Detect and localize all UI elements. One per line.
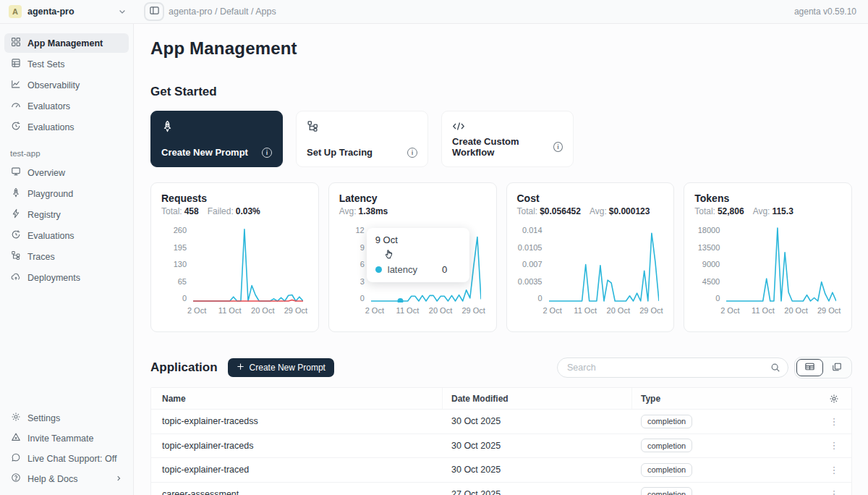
column-header-type: Type	[631, 388, 817, 409]
gear-icon	[11, 412, 21, 424]
sidebar-item-label: Evaluators	[27, 101, 70, 111]
cursor-icon	[384, 248, 396, 262]
sidebar-item-label: Live Chat Support: Off	[27, 454, 116, 464]
sidebar-item-overview[interactable]: Overview	[4, 163, 129, 182]
sidebar-item-app-evaluations[interactable]: Evaluations	[4, 226, 129, 245]
sidebar-item-evaluators[interactable]: Evaluators	[4, 96, 129, 116]
get-started-cards: Create New Prompt i Set Up Tracing i Cre…	[150, 111, 852, 167]
page-title: App Management	[150, 38, 852, 59]
app-date-modified: 30 Oct 2025	[442, 458, 631, 482]
sidebar-item-label: Overview	[27, 168, 65, 178]
table-row[interactable]: topic-explainer-tracedss 30 Oct 2025 com…	[151, 409, 851, 433]
card-label: Create New Prompt	[161, 147, 248, 158]
create-new-prompt-button[interactable]: Create New Prompt	[228, 358, 334, 377]
app-section-label: test-app	[3, 138, 130, 162]
metric-stats: Total:52,806 Avg:115.3	[694, 206, 841, 216]
info-icon[interactable]: i	[553, 142, 563, 152]
invite-icon	[11, 432, 21, 444]
observability-icon	[11, 79, 21, 91]
series-dot	[375, 266, 382, 273]
card-view-button[interactable]	[823, 359, 850, 376]
gauge-icon	[11, 100, 21, 112]
sidebar: App Management Test Sets Observability E…	[0, 24, 134, 495]
view-toggle	[794, 357, 852, 378]
y-axis-labels: 260195130650	[161, 226, 193, 302]
application-title: Application	[150, 360, 218, 375]
row-menu-icon[interactable]: ⋮	[830, 441, 839, 450]
sidebar-item-app-management[interactable]: App Management	[4, 33, 129, 53]
y-axis-labels: 1800013500900045000	[694, 226, 726, 302]
card-label: Create Custom Workflow	[452, 136, 553, 158]
sidebar-item-evaluations[interactable]: Evaluations	[4, 117, 129, 137]
metric-title: Latency	[339, 192, 486, 204]
sidebar-item-label: Evaluations	[27, 122, 75, 132]
metric-stats: Total:458 Failed:0.03%	[161, 206, 308, 216]
grid-icon	[11, 37, 21, 49]
sidebar-item-label: Observability	[27, 80, 80, 90]
sidebar-item-playground[interactable]: Playground	[4, 184, 129, 203]
sidebar-item-label: Traces	[27, 252, 55, 262]
sidebar-collapse-button[interactable]	[144, 2, 164, 21]
create-new-prompt-card[interactable]: Create New Prompt i	[150, 111, 283, 167]
workspace-avatar: A	[9, 5, 22, 18]
sidebar-item-test-sets[interactable]: Test Sets	[4, 54, 129, 74]
table-view-button[interactable]	[796, 359, 823, 376]
column-header-date-modified: Date Modified	[442, 388, 631, 409]
type-badge: completion	[641, 463, 692, 477]
sidebar-item-label: Help & Docs	[27, 474, 109, 484]
x-axis-labels: 2 Oct11 Oct20 Oct29 Oct	[549, 306, 659, 316]
sidebar-item-help-docs[interactable]: Help & Docs	[4, 469, 129, 488]
tokens-card: Tokens Total:52,806 Avg:115.3 1800013500…	[684, 182, 852, 332]
sidebar-item-observability[interactable]: Observability	[4, 75, 129, 95]
metric-stats: Avg:1.38ms	[339, 206, 486, 216]
info-icon[interactable]: i	[262, 148, 272, 158]
sidebar-item-deployments[interactable]: Deployments	[4, 268, 129, 287]
cloud-icon	[11, 271, 21, 284]
sidebar-item-traces[interactable]: Traces	[4, 247, 129, 266]
sidebar-item-settings[interactable]: Settings	[4, 408, 129, 428]
workspace-switcher[interactable]: A agenta-pro	[0, 0, 134, 23]
row-menu-icon[interactable]: ⋮	[830, 417, 839, 426]
get-started-title: Get Started	[150, 85, 852, 99]
app-name: topic-explainer-traced	[151, 465, 442, 475]
app-name: career-assessment	[151, 489, 442, 495]
app-name: topic-explainer-tracedss	[151, 416, 442, 426]
cost-chart	[549, 226, 659, 302]
chevron-right-icon	[115, 474, 122, 484]
rocket-icon	[161, 120, 272, 135]
sidebar-item-invite-teammate[interactable]: Invite Teammate	[4, 428, 129, 448]
table-settings-gear-icon[interactable]	[829, 394, 839, 404]
sidebar-item-registry[interactable]: Registry	[4, 205, 129, 224]
sidebar-item-live-chat-support[interactable]: Live Chat Support: Off	[4, 449, 129, 468]
help-icon	[11, 473, 21, 485]
y-axis-labels: 0.0140.01050.0070.00350	[517, 226, 549, 302]
traces-icon	[11, 250, 21, 263]
sidebar-item-label: Deployments	[27, 273, 80, 283]
row-menu-icon[interactable]: ⋮	[830, 465, 839, 475]
table-row[interactable]: topic-explainer-traceds 30 Oct 2025 comp…	[151, 433, 851, 458]
table-row[interactable]: career-assessment 27 Oct 2025 completion…	[151, 482, 851, 495]
metric-title: Requests	[161, 192, 308, 204]
type-badge: completion	[641, 439, 692, 452]
metric-title: Cost	[517, 192, 664, 204]
sidebar-layout-icon	[149, 5, 160, 18]
sidebar-item-label: Settings	[27, 413, 60, 423]
tokens-chart	[726, 226, 836, 302]
create-custom-workflow-card[interactable]: Create Custom Workflow i	[441, 111, 574, 167]
chat-icon	[11, 452, 21, 465]
app-date-modified: 30 Oct 2025	[442, 410, 631, 433]
info-icon[interactable]: i	[407, 148, 417, 158]
metric-title: Tokens	[694, 192, 841, 204]
sidebar-item-label: Evaluations	[27, 231, 75, 241]
breadcrumb[interactable]: agenta-pro / Default / Apps	[169, 7, 276, 17]
evaluations-icon	[11, 229, 21, 242]
set-up-tracing-card[interactable]: Set Up Tracing i	[296, 111, 428, 167]
row-menu-icon[interactable]: ⋮	[830, 489, 839, 495]
rocket-icon	[11, 187, 21, 200]
table-row[interactable]: topic-explainer-traced 30 Oct 2025 compl…	[151, 457, 851, 482]
search-box	[557, 358, 788, 378]
search-input[interactable]	[567, 363, 770, 373]
applications-table: Name Date Modified Type topic-explainer-…	[150, 387, 852, 495]
search-icon[interactable]	[770, 363, 780, 373]
app-root: A agenta-pro agenta-pro / Default / Apps…	[0, 0, 868, 495]
